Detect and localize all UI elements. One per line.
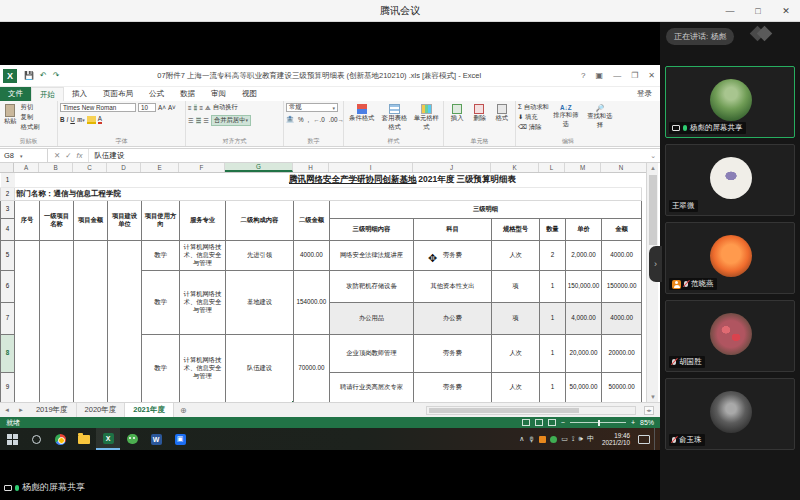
cell-subj-r9[interactable]: 劳务费 (414, 372, 492, 402)
enter-entry-icon[interactable]: ✓ (65, 151, 71, 160)
orientation-icon[interactable]: ⟁ (205, 104, 211, 112)
header-danjia[interactable]: 单价 (566, 218, 602, 240)
cut-button[interactable]: 剪切 (21, 103, 40, 112)
cell-l2amt-r8[interactable]: 70000.00 (294, 334, 330, 402)
clock[interactable]: 19:46 2021/2/10 (598, 432, 634, 447)
cell-C-data[interactable] (74, 240, 108, 402)
minimize-icon[interactable]: — (716, 0, 744, 22)
percent-style-icon[interactable]: % (298, 116, 304, 123)
header-danwei[interactable]: 项目建设单位 (108, 200, 142, 240)
col-C[interactable]: C (73, 163, 107, 172)
tab-split-handle[interactable]: ◂▸ (644, 406, 654, 415)
align-left-icon[interactable]: ☰ (188, 117, 194, 124)
sheet-tab-2021[interactable]: 2021年度 (125, 403, 174, 417)
col-H[interactable]: H (293, 163, 329, 172)
cell-unit-r5[interactable]: 2,000.00 (566, 240, 602, 270)
paste-button[interactable]: 粘贴 (2, 103, 19, 132)
meeting-taskbar-button[interactable]: ▣ (168, 428, 192, 450)
redo-icon[interactable]: ↷ (53, 71, 60, 80)
font-size-select[interactable]: 10 (138, 103, 156, 112)
excel-minimize-icon[interactable]: — (613, 71, 621, 80)
row-header-2[interactable]: 2 (1, 187, 15, 200)
col-F[interactable]: F (179, 163, 225, 172)
fill-button[interactable]: ⬇ 填充 (518, 113, 549, 122)
cell-l2-r5[interactable]: 先进引领 (226, 240, 294, 270)
col-J[interactable]: J (413, 163, 491, 172)
formula-input[interactable]: 队伍建设 (89, 151, 650, 161)
decrease-decimal-icon[interactable]: .00→ (329, 116, 344, 123)
normal-view-icon[interactable] (522, 419, 530, 426)
fill-color-icon[interactable] (87, 116, 96, 124)
col-I[interactable]: I (329, 163, 413, 172)
sidebar-collapse-handle[interactable]: › (649, 246, 662, 282)
col-B[interactable]: B (39, 163, 73, 172)
undo-icon[interactable]: ↶ (40, 71, 47, 80)
maximize-icon[interactable]: □ (744, 0, 772, 22)
col-N[interactable]: N (601, 163, 641, 172)
cell-qty-r5[interactable]: 2 (540, 240, 566, 270)
cell-subj-r6[interactable]: 其他资本性支出 (414, 270, 492, 302)
page-break-view-icon[interactable] (548, 419, 556, 426)
bold-button[interactable]: B (60, 116, 65, 123)
chrome-taskbar-button[interactable] (48, 428, 72, 450)
tab-file[interactable]: 文件 (0, 87, 31, 101)
zoom-slider[interactable] (570, 422, 626, 423)
cell-spec-r5[interactable]: 人次 (492, 240, 540, 270)
header-sanji-group[interactable]: 三级明细 (330, 200, 642, 218)
copy-button[interactable]: 复制 (21, 113, 40, 122)
row-header-1[interactable]: 1 (1, 173, 15, 187)
page-layout-view-icon[interactable] (535, 419, 543, 426)
input-method-indicator[interactable]: 中 (587, 434, 594, 444)
align-right-icon[interactable]: ☰ (203, 117, 209, 124)
search-button[interactable] (24, 428, 48, 450)
excel-taskbar-button[interactable]: X (96, 428, 120, 450)
zoom-slider-thumb[interactable] (598, 420, 601, 426)
header-erji-neirong[interactable]: 二级构成内容 (226, 200, 294, 240)
video-tile-wangcuiwei[interactable]: 王翠微 (665, 144, 795, 216)
cell-major-r6[interactable]: 计算机网络技术、信息安全与管理 (180, 270, 226, 334)
video-tile-fanxiaoyan[interactable]: 范晓燕 (665, 222, 795, 294)
tray-expand-icon[interactable]: ∧ (519, 435, 524, 443)
clear-button[interactable]: ⌫ 清除 (518, 123, 549, 132)
cell-B-data[interactable] (40, 240, 74, 402)
video-tile-yangbiao[interactable]: 杨彪的屏幕共享 (665, 66, 795, 138)
formula-expand-icon[interactable]: ⌄ (650, 152, 660, 160)
row-header-4[interactable]: 4 (1, 218, 15, 240)
tray-mic-icon[interactable]: 🎙 (528, 436, 535, 443)
delete-cells-button[interactable]: 删除 (468, 103, 490, 124)
conditional-formatting-button[interactable]: 条件格式 (346, 103, 377, 133)
header-jine[interactable]: 项目金额 (74, 200, 108, 240)
cell-usage-r8[interactable]: 教学 (142, 334, 180, 402)
col-E[interactable]: E (141, 163, 179, 172)
header-kemu[interactable]: 科目 (414, 218, 492, 240)
header-sanji-neirong[interactable]: 三级明细内容 (330, 218, 414, 240)
cell-unit-r6[interactable]: 150,000.00 (566, 270, 602, 302)
cell-detail-r8[interactable]: 企业顶岗教师管理 (330, 334, 414, 372)
namebox-dropdown-icon[interactable]: ▾ (20, 153, 23, 159)
selected-cell-G8[interactable]: 队伍建设 (226, 334, 294, 402)
cell-l2amt-r6[interactable]: 154000.00 (294, 270, 330, 334)
row-header-5[interactable]: 5 (1, 240, 15, 270)
number-format-select[interactable]: 常规▾ (286, 103, 338, 112)
borders-icon[interactable]: ⊞▾ (77, 116, 85, 123)
word-taskbar-button[interactable]: W (144, 428, 168, 450)
header-shuliang[interactable]: 数量 (540, 218, 566, 240)
start-button[interactable] (0, 428, 24, 450)
cell-detail-r7[interactable]: 办公用品 (330, 302, 414, 334)
align-top-icon[interactable]: ≡ (188, 104, 192, 111)
tray-wechat-icon[interactable] (550, 436, 557, 443)
header-erji-jine[interactable]: 二级金额 (294, 200, 330, 240)
col-K[interactable]: K (491, 163, 539, 172)
sheet-tab-2019[interactable]: 2019年度 (28, 403, 77, 417)
tab-page-layout[interactable]: 页面布局 (95, 87, 141, 101)
signin-link[interactable]: 登录 (637, 87, 660, 101)
comma-style-icon[interactable]: , (307, 116, 309, 123)
row-header-9[interactable]: 9 (1, 372, 15, 402)
format-as-table-button[interactable]: 套用表格格式 (377, 103, 411, 133)
tab-view[interactable]: 视图 (234, 87, 265, 101)
cell-detail-r6[interactable]: 攻防靶机存储设备 (330, 270, 414, 302)
cell-spec-r6[interactable]: 项 (492, 270, 540, 302)
tab-formulas[interactable]: 公式 (141, 87, 172, 101)
tab-review[interactable]: 审阅 (203, 87, 234, 101)
sort-filter-button[interactable]: A↓Z 排序和筛选 (549, 103, 583, 132)
